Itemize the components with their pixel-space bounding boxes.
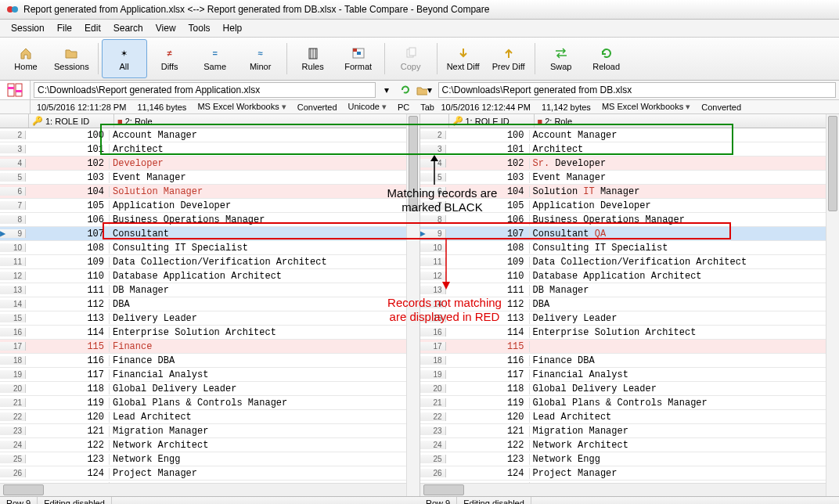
star-icon: ✶	[117, 46, 131, 60]
table-row[interactable]: 23121Migration Manager	[420, 424, 840, 438]
table-row[interactable]: 12110Database Application Architect	[0, 269, 420, 283]
horizontal-scrollbar[interactable]	[420, 483, 840, 496]
left-encoding-dropdown[interactable]: Unicode	[347, 102, 388, 112]
vertical-scrollbar[interactable]	[406, 114, 420, 496]
table-row[interactable]: 9107Consultant QA▶	[420, 227, 840, 241]
table-row[interactable]: 11109Data Collection/Verification Archit…	[0, 255, 420, 269]
table-row[interactable]: 24122Network Architect	[420, 438, 840, 452]
table-row[interactable]: 7105Application Developer	[420, 199, 840, 213]
minor-button[interactable]: ≈Minor	[238, 39, 283, 78]
table-row[interactable]: 6104Solution Manager	[0, 185, 420, 199]
table-row[interactable]: 11109Data Collection/Verification Archit…	[420, 255, 840, 269]
cell-role: Finance	[110, 341, 420, 352]
table-row[interactable]: 26124Project Manager	[0, 466, 420, 481]
col-role-header[interactable]: ■2: Role	[535, 114, 840, 128]
table-row[interactable]: 27125QA	[420, 481, 840, 483]
row-num-header[interactable]	[420, 114, 449, 128]
table-row[interactable]: 26124Project Manager	[420, 466, 840, 481]
table-row[interactable]: 27125QA	[0, 481, 420, 483]
row-number: 20	[420, 384, 446, 393]
col-role-header[interactable]: ■2: Role	[114, 114, 420, 128]
cell-roleid: 106	[26, 214, 110, 225]
table-row[interactable]: 2100Account Manager	[0, 128, 420, 142]
left-workbook-dropdown[interactable]: MS Excel Workbooks	[196, 102, 287, 112]
diffs-button[interactable]: ≠Diffs	[147, 39, 193, 78]
home-button[interactable]: Home	[3, 39, 49, 78]
table-row[interactable]: 20118Global Delivery Leader	[0, 382, 420, 396]
table-row[interactable]: 4102Developer	[0, 157, 420, 171]
same-button[interactable]: =Same	[193, 39, 238, 78]
left-grid[interactable]: 2100Account Manager3101Architect4102Deve…	[0, 128, 420, 483]
table-row[interactable]: 2100Account Manager	[420, 128, 840, 142]
menu-session[interactable]: Session	[5, 21, 51, 35]
table-row[interactable]: 14112DBA	[0, 297, 420, 311]
cell-role: Delivery Leader	[110, 313, 420, 324]
table-row[interactable]: 15113Delivery Leader	[420, 311, 840, 326]
menu-file[interactable]: File	[51, 21, 78, 35]
table-row[interactable]: 17115Finance	[0, 340, 420, 354]
rules-button[interactable]: Rules	[290, 39, 336, 78]
table-row[interactable]: 7105Application Developer	[0, 199, 420, 213]
table-row[interactable]: 3101Architect	[0, 142, 420, 157]
col-roleid-header[interactable]: 🔑1: ROLE ID	[29, 114, 114, 128]
table-row[interactable]: 5103Event Manager	[420, 171, 840, 185]
table-row[interactable]: 19117Financial Analyst	[0, 368, 420, 382]
table-row[interactable]: 17115	[420, 340, 840, 354]
table-row[interactable]: 10108Consulting IT Specialist	[420, 241, 840, 255]
table-row[interactable]: 8106Business Operations Manager	[420, 213, 840, 227]
table-row[interactable]: 14112DBA	[420, 297, 840, 311]
all-button[interactable]: ✶All	[102, 39, 147, 78]
horizontal-scrollbar[interactable]	[0, 483, 420, 496]
prev-diff-button[interactable]: Prev Diff	[486, 39, 531, 78]
row-number: 2	[420, 131, 446, 139]
table-row[interactable]: 21119Global Plans & Controls Manager	[420, 396, 840, 410]
table-row[interactable]: 23121Migration Manager	[0, 424, 420, 438]
table-row[interactable]: 9107Consultant▶	[0, 227, 420, 241]
table-row[interactable]: 24122Network Architect	[0, 438, 420, 452]
equal-icon: =	[208, 46, 222, 60]
table-row[interactable]: 16114Enterprise Solution Architect	[420, 326, 840, 340]
table-row[interactable]: 4102Sr. Developer	[420, 157, 840, 171]
table-row[interactable]: 22120Lead Architect	[420, 410, 840, 424]
row-number: 17	[0, 342, 26, 351]
sessions-button[interactable]: Sessions	[49, 39, 95, 78]
swap-button[interactable]: Swap	[538, 39, 584, 78]
right-grid[interactable]: 2100Account Manager3101Architect4102Sr. …	[420, 128, 840, 483]
table-row[interactable]: 3101Architect	[420, 142, 840, 157]
table-row[interactable]: 5103Event Manager	[0, 171, 420, 185]
menu-help[interactable]: Help	[217, 21, 249, 35]
reload-button[interactable]: Reload	[584, 39, 629, 78]
table-row[interactable]: 21119Global Plans & Controls Manager	[0, 396, 420, 410]
left-path-input[interactable]	[34, 82, 376, 98]
next-diff-button[interactable]: Next Diff	[441, 39, 486, 78]
table-row[interactable]: 13111DB Manager	[420, 283, 840, 297]
table-row[interactable]: 6104Solution IT Manager	[420, 185, 840, 199]
format-button[interactable]: Format	[336, 39, 381, 78]
menu-view[interactable]: View	[149, 21, 182, 35]
table-row[interactable]: 16114Enterprise Solution Architect	[0, 326, 420, 340]
table-row[interactable]: 10108Consulting IT Specialist	[0, 241, 420, 255]
table-row[interactable]: 25123Network Engg	[0, 452, 420, 466]
vertical-scrollbar[interactable]	[826, 114, 839, 496]
table-row[interactable]: 15113Delivery Leader	[0, 311, 420, 326]
table-row[interactable]: 19117Financial Analyst	[420, 368, 840, 382]
menu-tools[interactable]: Tools	[182, 21, 217, 35]
table-row[interactable]: 20118Global Delivery Leader	[420, 382, 840, 396]
table-row[interactable]: 8106Business Operations Manager	[0, 213, 420, 227]
table-row[interactable]: 18116Finance DBA	[0, 354, 420, 368]
row-num-header[interactable]	[0, 114, 29, 128]
table-row[interactable]: 13111DB Manager	[0, 283, 420, 297]
table-row[interactable]: 12110Database Application Architect	[420, 269, 840, 283]
row-number: 21	[0, 398, 26, 407]
table-row[interactable]: 18116Finance DBA	[420, 354, 840, 368]
menu-edit[interactable]: Edit	[78, 21, 107, 35]
right-workbook-dropdown[interactable]: MS Excel Workbooks	[600, 102, 692, 112]
table-row[interactable]: 25123Network Engg	[420, 452, 840, 466]
browse-icon[interactable]: ▾	[416, 82, 432, 98]
right-path-input[interactable]	[438, 82, 837, 98]
col-roleid-header[interactable]: 🔑1: ROLE ID	[449, 114, 535, 128]
dropdown-icon[interactable]: ▾	[379, 82, 394, 98]
table-row[interactable]: 22120Lead Architect	[0, 410, 420, 424]
refresh-icon[interactable]	[398, 82, 413, 98]
menu-search[interactable]: Search	[107, 21, 149, 35]
